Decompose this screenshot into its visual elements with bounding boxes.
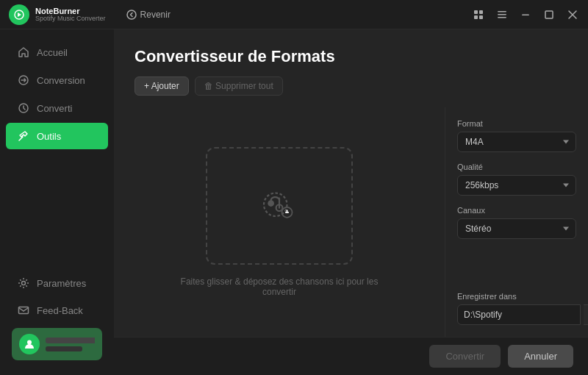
user-profile[interactable] bbox=[12, 328, 102, 360]
sidebar-item-outils[interactable]: Outils bbox=[6, 123, 108, 149]
save-path-input[interactable] bbox=[457, 304, 581, 325]
content-header: Convertisseur de Formats + Ajouter 🗑 Sup… bbox=[114, 29, 588, 107]
sidebar-item-converti[interactable]: Converti bbox=[6, 95, 108, 121]
content-toolbar: + Ajouter 🗑 Supprimer tout bbox=[135, 76, 567, 96]
titlebar-nav: Revenir bbox=[121, 7, 176, 23]
app-name: NoteBurner Spotify Music Converter bbox=[35, 7, 106, 23]
svg-rect-7 bbox=[498, 14, 506, 15]
svg-point-17 bbox=[268, 200, 274, 207]
format-select[interactable]: M4A MP3 AAC WAV FLAC AIFF bbox=[457, 132, 576, 152]
channels-group: Canaux Mono Stéréo bbox=[457, 206, 576, 239]
settings-panel: Format M4A MP3 AAC WAV FLAC AIFF Qualit bbox=[445, 107, 588, 337]
home-icon bbox=[18, 46, 29, 58]
settings-icon bbox=[18, 277, 29, 289]
drop-zone-area: Faites glisser & déposez des chansons ic… bbox=[114, 107, 445, 337]
content-area: Convertisseur de Formats + Ajouter 🗑 Sup… bbox=[114, 29, 588, 375]
sidebar-item-conversion[interactable]: Conversion bbox=[6, 67, 108, 93]
save-location-row: ... bbox=[457, 304, 576, 325]
svg-rect-14 bbox=[19, 307, 29, 314]
user-subscription bbox=[46, 346, 82, 351]
sidebar-bottom: Paramètres Feed-Back bbox=[0, 269, 114, 366]
save-location-section: Enregistrer dans ... bbox=[457, 292, 576, 325]
content-body: Faites glisser & déposez des chansons ic… bbox=[114, 107, 588, 337]
sidebar: Accueil Conversion Converti Outils bbox=[0, 29, 114, 375]
sidebar-item-feedback[interactable]: Feed-Back bbox=[6, 297, 108, 324]
main-layout: Accueil Conversion Converti Outils bbox=[0, 29, 588, 375]
svg-rect-2 bbox=[474, 10, 478, 14]
grid-view-button[interactable] bbox=[472, 8, 485, 21]
svg-rect-3 bbox=[479, 10, 483, 14]
avatar bbox=[19, 334, 40, 354]
channels-select[interactable]: Mono Stéréo bbox=[457, 218, 576, 239]
mail-icon bbox=[18, 304, 29, 316]
svg-point-15 bbox=[27, 340, 32, 345]
app-logo bbox=[9, 4, 29, 25]
convert-button[interactable]: Convertir bbox=[429, 345, 501, 368]
minimize-button[interactable] bbox=[519, 8, 532, 21]
svg-rect-5 bbox=[479, 15, 483, 19]
svg-rect-10 bbox=[545, 11, 553, 18]
svg-rect-6 bbox=[498, 11, 506, 12]
save-label: Enregistrer dans bbox=[457, 292, 576, 301]
svg-point-13 bbox=[22, 282, 26, 285]
save-location-group: Enregistrer dans ... bbox=[457, 292, 576, 325]
tools-icon bbox=[18, 130, 29, 142]
music-drop-icon bbox=[254, 180, 305, 232]
quality-select[interactable]: 128kbps 192kbps 256kbps 320kbps bbox=[457, 175, 576, 196]
history-icon bbox=[18, 102, 29, 114]
user-name bbox=[46, 338, 95, 343]
action-bar: Convertir Annuler bbox=[114, 337, 588, 375]
sidebar-item-accueil[interactable]: Accueil bbox=[6, 39, 108, 65]
quality-select-wrapper: 128kbps 192kbps 256kbps 320kbps bbox=[457, 175, 576, 196]
titlebar: NoteBurner Spotify Music Converter Reven… bbox=[0, 0, 588, 29]
menu-button[interactable] bbox=[495, 8, 509, 21]
page-title: Convertisseur de Formats bbox=[135, 47, 567, 66]
format-label: Format bbox=[457, 119, 576, 128]
channels-label: Canaux bbox=[457, 206, 576, 215]
delete-all-button[interactable]: 🗑 Supprimer tout bbox=[195, 76, 283, 96]
quality-group: Qualité 128kbps 192kbps 256kbps 320kbps bbox=[457, 162, 576, 196]
svg-point-1 bbox=[127, 10, 136, 19]
svg-rect-8 bbox=[498, 17, 506, 18]
svg-rect-9 bbox=[522, 14, 529, 15]
user-info bbox=[46, 338, 95, 351]
drop-zone-box bbox=[206, 147, 353, 265]
svg-rect-4 bbox=[474, 15, 478, 19]
user-icon bbox=[24, 338, 35, 350]
maximize-button[interactable] bbox=[542, 8, 556, 21]
format-group: Format M4A MP3 AAC WAV FLAC AIFF bbox=[457, 119, 576, 152]
drop-hint: Faites glisser & déposez des chansons ic… bbox=[176, 276, 382, 297]
channels-select-wrapper: Mono Stéréo bbox=[457, 218, 576, 239]
quality-label: Qualité bbox=[457, 162, 576, 171]
browse-button[interactable]: ... bbox=[584, 304, 588, 325]
close-button[interactable] bbox=[566, 8, 579, 21]
conversion-icon bbox=[18, 74, 29, 86]
format-select-wrapper: M4A MP3 AAC WAV FLAC AIFF bbox=[457, 132, 576, 152]
add-button[interactable]: + Ajouter bbox=[135, 76, 189, 96]
back-button[interactable]: Revenir bbox=[121, 7, 176, 23]
sidebar-item-parametres[interactable]: Paramètres bbox=[6, 270, 108, 296]
cancel-button[interactable]: Annuler bbox=[508, 345, 573, 368]
window-controls bbox=[472, 8, 579, 21]
